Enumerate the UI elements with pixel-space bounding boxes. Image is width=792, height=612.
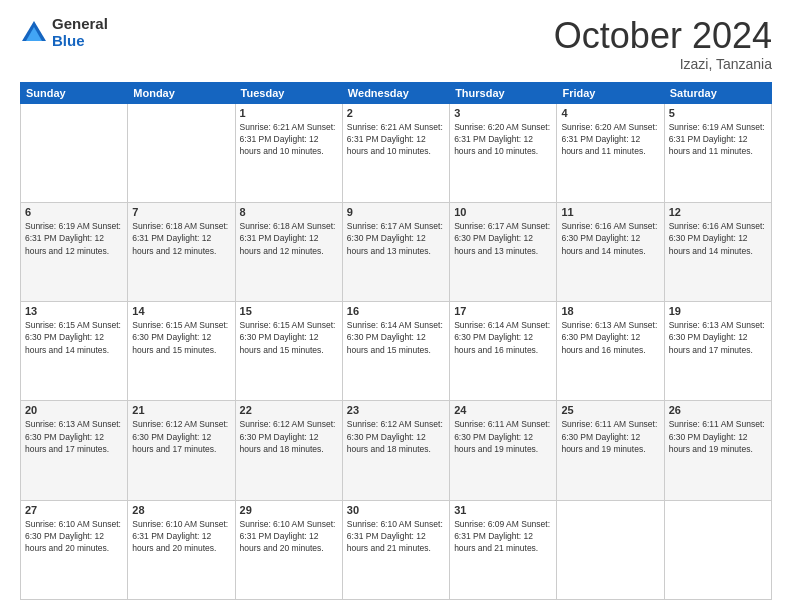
col-saturday: Saturday bbox=[664, 82, 771, 103]
table-row: 18Sunrise: 6:13 AM Sunset: 6:30 PM Dayli… bbox=[557, 302, 664, 401]
day-info: Sunrise: 6:13 AM Sunset: 6:30 PM Dayligh… bbox=[25, 418, 123, 455]
col-friday: Friday bbox=[557, 82, 664, 103]
table-row: 4Sunrise: 6:20 AM Sunset: 6:31 PM Daylig… bbox=[557, 103, 664, 202]
col-wednesday: Wednesday bbox=[342, 82, 449, 103]
day-info: Sunrise: 6:15 AM Sunset: 6:30 PM Dayligh… bbox=[25, 319, 123, 356]
table-row: 8Sunrise: 6:18 AM Sunset: 6:31 PM Daylig… bbox=[235, 202, 342, 301]
day-info: Sunrise: 6:13 AM Sunset: 6:30 PM Dayligh… bbox=[669, 319, 767, 356]
day-number: 26 bbox=[669, 404, 767, 416]
day-number: 25 bbox=[561, 404, 659, 416]
table-row: 11Sunrise: 6:16 AM Sunset: 6:30 PM Dayli… bbox=[557, 202, 664, 301]
day-info: Sunrise: 6:10 AM Sunset: 6:31 PM Dayligh… bbox=[240, 518, 338, 555]
day-info: Sunrise: 6:12 AM Sunset: 6:30 PM Dayligh… bbox=[347, 418, 445, 455]
day-number: 12 bbox=[669, 206, 767, 218]
day-info: Sunrise: 6:13 AM Sunset: 6:30 PM Dayligh… bbox=[561, 319, 659, 356]
day-info: Sunrise: 6:14 AM Sunset: 6:30 PM Dayligh… bbox=[454, 319, 552, 356]
table-row: 5Sunrise: 6:19 AM Sunset: 6:31 PM Daylig… bbox=[664, 103, 771, 202]
table-row: 3Sunrise: 6:20 AM Sunset: 6:31 PM Daylig… bbox=[450, 103, 557, 202]
day-number: 21 bbox=[132, 404, 230, 416]
day-number: 31 bbox=[454, 504, 552, 516]
table-row bbox=[557, 500, 664, 599]
table-row: 19Sunrise: 6:13 AM Sunset: 6:30 PM Dayli… bbox=[664, 302, 771, 401]
table-row: 29Sunrise: 6:10 AM Sunset: 6:31 PM Dayli… bbox=[235, 500, 342, 599]
day-number: 13 bbox=[25, 305, 123, 317]
table-row: 25Sunrise: 6:11 AM Sunset: 6:30 PM Dayli… bbox=[557, 401, 664, 500]
table-row: 13Sunrise: 6:15 AM Sunset: 6:30 PM Dayli… bbox=[21, 302, 128, 401]
day-info: Sunrise: 6:10 AM Sunset: 6:30 PM Dayligh… bbox=[25, 518, 123, 555]
day-info: Sunrise: 6:15 AM Sunset: 6:30 PM Dayligh… bbox=[240, 319, 338, 356]
day-number: 2 bbox=[347, 107, 445, 119]
day-info: Sunrise: 6:09 AM Sunset: 6:31 PM Dayligh… bbox=[454, 518, 552, 555]
logo-blue-label: Blue bbox=[52, 33, 108, 50]
col-monday: Monday bbox=[128, 82, 235, 103]
day-info: Sunrise: 6:11 AM Sunset: 6:30 PM Dayligh… bbox=[561, 418, 659, 455]
day-info: Sunrise: 6:10 AM Sunset: 6:31 PM Dayligh… bbox=[132, 518, 230, 555]
day-number: 29 bbox=[240, 504, 338, 516]
calendar-week-row: 6Sunrise: 6:19 AM Sunset: 6:31 PM Daylig… bbox=[21, 202, 772, 301]
day-info: Sunrise: 6:17 AM Sunset: 6:30 PM Dayligh… bbox=[454, 220, 552, 257]
day-info: Sunrise: 6:14 AM Sunset: 6:30 PM Dayligh… bbox=[347, 319, 445, 356]
logo-icon bbox=[20, 19, 48, 47]
table-row bbox=[128, 103, 235, 202]
table-row: 15Sunrise: 6:15 AM Sunset: 6:30 PM Dayli… bbox=[235, 302, 342, 401]
col-sunday: Sunday bbox=[21, 82, 128, 103]
day-info: Sunrise: 6:15 AM Sunset: 6:30 PM Dayligh… bbox=[132, 319, 230, 356]
title-location: Izazi, Tanzania bbox=[554, 56, 772, 72]
day-number: 5 bbox=[669, 107, 767, 119]
day-number: 14 bbox=[132, 305, 230, 317]
day-info: Sunrise: 6:11 AM Sunset: 6:30 PM Dayligh… bbox=[669, 418, 767, 455]
table-row: 22Sunrise: 6:12 AM Sunset: 6:30 PM Dayli… bbox=[235, 401, 342, 500]
day-number: 27 bbox=[25, 504, 123, 516]
logo: General Blue bbox=[20, 16, 108, 49]
day-number: 6 bbox=[25, 206, 123, 218]
title-month: October 2024 bbox=[554, 16, 772, 56]
day-number: 23 bbox=[347, 404, 445, 416]
day-info: Sunrise: 6:18 AM Sunset: 6:31 PM Dayligh… bbox=[132, 220, 230, 257]
day-number: 30 bbox=[347, 504, 445, 516]
col-thursday: Thursday bbox=[450, 82, 557, 103]
day-number: 24 bbox=[454, 404, 552, 416]
day-info: Sunrise: 6:18 AM Sunset: 6:31 PM Dayligh… bbox=[240, 220, 338, 257]
calendar-week-row: 13Sunrise: 6:15 AM Sunset: 6:30 PM Dayli… bbox=[21, 302, 772, 401]
table-row: 24Sunrise: 6:11 AM Sunset: 6:30 PM Dayli… bbox=[450, 401, 557, 500]
day-info: Sunrise: 6:16 AM Sunset: 6:30 PM Dayligh… bbox=[561, 220, 659, 257]
header: General Blue October 2024 Izazi, Tanzani… bbox=[20, 16, 772, 72]
table-row: 31Sunrise: 6:09 AM Sunset: 6:31 PM Dayli… bbox=[450, 500, 557, 599]
calendar-table: Sunday Monday Tuesday Wednesday Thursday… bbox=[20, 82, 772, 600]
day-number: 15 bbox=[240, 305, 338, 317]
table-row: 10Sunrise: 6:17 AM Sunset: 6:30 PM Dayli… bbox=[450, 202, 557, 301]
day-info: Sunrise: 6:17 AM Sunset: 6:30 PM Dayligh… bbox=[347, 220, 445, 257]
table-row: 12Sunrise: 6:16 AM Sunset: 6:30 PM Dayli… bbox=[664, 202, 771, 301]
day-info: Sunrise: 6:20 AM Sunset: 6:31 PM Dayligh… bbox=[454, 121, 552, 158]
day-number: 8 bbox=[240, 206, 338, 218]
day-info: Sunrise: 6:11 AM Sunset: 6:30 PM Dayligh… bbox=[454, 418, 552, 455]
day-number: 17 bbox=[454, 305, 552, 317]
title-block: October 2024 Izazi, Tanzania bbox=[554, 16, 772, 72]
day-number: 19 bbox=[669, 305, 767, 317]
table-row: 26Sunrise: 6:11 AM Sunset: 6:30 PM Dayli… bbox=[664, 401, 771, 500]
table-row: 30Sunrise: 6:10 AM Sunset: 6:31 PM Dayli… bbox=[342, 500, 449, 599]
table-row: 16Sunrise: 6:14 AM Sunset: 6:30 PM Dayli… bbox=[342, 302, 449, 401]
calendar-week-row: 20Sunrise: 6:13 AM Sunset: 6:30 PM Dayli… bbox=[21, 401, 772, 500]
table-row: 23Sunrise: 6:12 AM Sunset: 6:30 PM Dayli… bbox=[342, 401, 449, 500]
table-row: 28Sunrise: 6:10 AM Sunset: 6:31 PM Dayli… bbox=[128, 500, 235, 599]
day-info: Sunrise: 6:21 AM Sunset: 6:31 PM Dayligh… bbox=[240, 121, 338, 158]
day-number: 22 bbox=[240, 404, 338, 416]
day-number: 4 bbox=[561, 107, 659, 119]
day-number: 20 bbox=[25, 404, 123, 416]
table-row: 20Sunrise: 6:13 AM Sunset: 6:30 PM Dayli… bbox=[21, 401, 128, 500]
table-row: 9Sunrise: 6:17 AM Sunset: 6:30 PM Daylig… bbox=[342, 202, 449, 301]
calendar-week-row: 27Sunrise: 6:10 AM Sunset: 6:30 PM Dayli… bbox=[21, 500, 772, 599]
table-row: 21Sunrise: 6:12 AM Sunset: 6:30 PM Dayli… bbox=[128, 401, 235, 500]
table-row: 6Sunrise: 6:19 AM Sunset: 6:31 PM Daylig… bbox=[21, 202, 128, 301]
page: General Blue October 2024 Izazi, Tanzani… bbox=[0, 0, 792, 612]
day-info: Sunrise: 6:20 AM Sunset: 6:31 PM Dayligh… bbox=[561, 121, 659, 158]
table-row bbox=[21, 103, 128, 202]
day-number: 9 bbox=[347, 206, 445, 218]
day-number: 3 bbox=[454, 107, 552, 119]
day-info: Sunrise: 6:19 AM Sunset: 6:31 PM Dayligh… bbox=[669, 121, 767, 158]
table-row: 14Sunrise: 6:15 AM Sunset: 6:30 PM Dayli… bbox=[128, 302, 235, 401]
day-number: 18 bbox=[561, 305, 659, 317]
day-info: Sunrise: 6:19 AM Sunset: 6:31 PM Dayligh… bbox=[25, 220, 123, 257]
table-row: 2Sunrise: 6:21 AM Sunset: 6:31 PM Daylig… bbox=[342, 103, 449, 202]
